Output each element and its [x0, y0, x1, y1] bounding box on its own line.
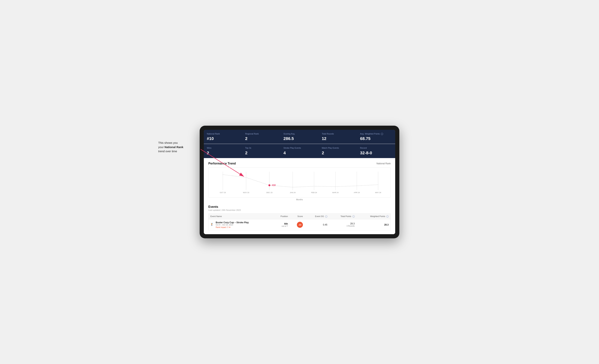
chart-marker-label: #10 [272, 184, 276, 186]
total-points-info-icon[interactable]: i [352, 215, 355, 218]
stat-match-play-events: Match Play Events 2 [319, 144, 357, 158]
stat-regional-rank: Regional Rank 2 [242, 130, 280, 144]
scene: This shows you your National Rank trend … [200, 126, 399, 238]
event-sg-value: 0.45 [323, 223, 327, 226]
svg-text:FEB 24: FEB 24 [311, 191, 317, 193]
col-weighted-points: Weighted Points i [357, 213, 391, 219]
events-table: Event Name Position Score Event SG i Tot… [208, 213, 391, 231]
svg-text:MAR 24: MAR 24 [332, 191, 338, 193]
event-total-points-cell: 28.3 3 Rounds [329, 219, 357, 230]
performance-chart: #10 OCT 23 NOV 23 DEC 23 JAN 24 FEB 24 M… [208, 168, 391, 198]
event-name: Buster Cozy Cup – Stroke Play [216, 221, 249, 224]
x-axis-label: Months [208, 198, 391, 201]
event-sg-info-icon[interactable]: i [325, 215, 327, 218]
col-score: Score [290, 213, 305, 219]
stat-scoring-avg: Scoring Avg. 286.5 [281, 130, 318, 144]
tablet-frame: National Rank #10 Regional Rank 2 Scorin… [200, 126, 399, 238]
svg-text:DEC 23: DEC 23 [266, 191, 272, 193]
event-golf-icon: 🏌️ [210, 223, 214, 227]
stats-row-1: National Rank #10 Regional Rank 2 Scorin… [204, 130, 395, 144]
event-total-points-value: 28.3 [331, 222, 355, 225]
svg-text:NOV 23: NOV 23 [243, 191, 249, 193]
col-total-points: Total Points i [329, 213, 357, 219]
events-title: Events [208, 205, 391, 209]
event-weighted-points-value: 28.3 [384, 223, 389, 226]
tablet-screen: National Rank #10 Regional Rank 2 Scorin… [204, 130, 395, 234]
event-position-sub: out of 7 [275, 225, 288, 227]
event-total-points-sub: 3 Rounds [331, 225, 355, 227]
event-weighted-points-cell: 28.3 [357, 219, 391, 230]
stat-total-rounds: Total Rounds 12 [319, 130, 357, 144]
event-position-cell: 6th out of 7 [273, 219, 290, 230]
svg-text:JAN 24: JAN 24 [290, 191, 296, 193]
events-section: Events Last updated: 24th November 2023 … [208, 205, 391, 231]
svg-text:APR 24: APR 24 [354, 191, 360, 193]
perf-trend-header: Performance Trend National Rank [208, 162, 391, 165]
chart-marker-dot [268, 184, 270, 186]
events-table-header-row: Event Name Position Score Event SG i Tot… [209, 213, 391, 219]
col-position: Position [273, 213, 290, 219]
chart-svg: #10 OCT 23 NOV 23 DEC 23 JAN 24 FEB 24 M… [211, 171, 388, 196]
event-sg-cell: 0.45 [305, 219, 329, 230]
stat-national-rank: National Rank #10 [204, 130, 242, 144]
table-row[interactable]: 🏌️ Buster Cozy Cup – Stroke Play Oct 9 –… [209, 219, 391, 230]
stats-row-2: Wins 2 Top 3s 2 Stroke Play Events 4 Mat… [204, 144, 395, 158]
svg-text:MAY 24: MAY 24 [375, 191, 381, 193]
event-date: Oct 9 – Oct 10, 2023 [216, 224, 249, 226]
rank-impact-arrow: ▼ [229, 226, 231, 228]
stat-record: Record 32-8-0 [357, 144, 395, 158]
stat-avg-weighted-points: Avg. Weighted Points i 68.75 [357, 130, 395, 144]
annotation-text: This shows you your National Rank trend … [158, 141, 183, 153]
col-event-name: Event Name [209, 213, 273, 219]
avg-weighted-info-icon[interactable]: i [381, 133, 383, 135]
events-last-updated: Last updated: 24th November 2023 [208, 209, 391, 211]
stat-top3s: Top 3s 2 [242, 144, 280, 158]
perf-trend-title: Performance Trend [208, 162, 236, 165]
content-area: Performance Trend National Rank [204, 158, 395, 234]
svg-text:OCT 23: OCT 23 [220, 191, 226, 193]
event-score-cell: -22 [290, 219, 305, 230]
event-name-cell: 🏌️ Buster Cozy Cup – Stroke Play Oct 9 –… [209, 219, 273, 230]
weighted-points-info-icon[interactable]: i [386, 215, 389, 218]
rank-impact: Rank Impact: 3 ▼ [216, 226, 249, 228]
stat-stroke-play-events: Stroke Play Events 4 [281, 144, 318, 158]
perf-trend-axis-label: National Rank [377, 162, 391, 165]
event-score-badge: -22 [297, 222, 303, 228]
event-position: 6th [275, 222, 288, 225]
col-event-sg: Event SG i [305, 213, 329, 219]
stat-wins: Wins 2 [204, 144, 242, 158]
